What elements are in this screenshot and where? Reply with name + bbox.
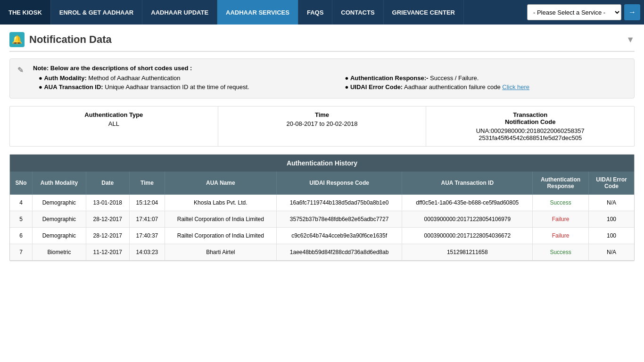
click-here-link[interactable]: Click here (502, 83, 529, 90)
note-heading: Note: Below are the descriptions of shor… (33, 65, 627, 72)
cell-auth-response: Success (533, 195, 589, 211)
scroll-indicator: ▼ (626, 35, 635, 45)
cell-sno: 4 (10, 195, 33, 211)
col-aua-transaction-id: AUA Transaction ID (402, 172, 533, 195)
note-aua-text: Unique Aadhaar transaction ID at the tim… (105, 83, 249, 90)
page-title-row: 🔔 Notification Data ▼ (9, 32, 635, 52)
col-auth-response: AuthenticationResponse (533, 172, 589, 195)
cell-sno: 7 (10, 244, 33, 261)
page-title-icon: 🔔 (9, 32, 25, 47)
summary-auth-type-label: Authentication Type (17, 111, 210, 118)
cell-uidai-response-code: 16a6fc7119744b138d5dad75b0a8b1e0 (276, 195, 402, 211)
col-date: Date (86, 172, 129, 195)
cell-uidai-response-code: 35752b37b78e48fdb6e82e65adbc7727 (276, 211, 402, 228)
summary-auth-type-value: ALL (17, 120, 210, 127)
cell-auth-modality: Demographic (33, 211, 86, 228)
summary-transaction-label: TransactionNotification Code (434, 111, 627, 125)
notification-icon: 🔔 (12, 34, 22, 45)
summary-auth-type: Authentication Type ALL (10, 107, 218, 146)
table-row: 7Biometric11-12-201714:03:23Bharti Airte… (10, 244, 634, 261)
cell-auth-response: Success (533, 244, 589, 261)
service-select[interactable]: - Please Select a Service - (527, 4, 621, 20)
col-uidai-error-code: UIDAI ErrorCode (589, 172, 634, 195)
note-uidai-text: Aadhaar authentication failure code (404, 83, 501, 90)
cell-date: 13-01-2018 (86, 195, 129, 211)
summary-transaction-value: UNA:0002980000:201802200602583572531fa45… (434, 127, 627, 141)
authentication-history-table: SNo Auth Modality Date Time AUA Name UID… (10, 172, 634, 261)
note-auth-response: Authentication Response:- Success / Fail… (345, 74, 627, 82)
note-content: Note: Below are the descriptions of shor… (33, 65, 627, 92)
cell-uidai-response-code: 1aee48bb59d84f288cdd736a8d6ed8ab (276, 244, 402, 261)
cell-auth-response: Failure (533, 228, 589, 244)
cell-date: 11-12-2017 (86, 244, 129, 261)
col-uidai-response-code: UIDAI Response Code (276, 172, 402, 195)
note-auth-modality: Auth Modality: Method of Aadhaar Authent… (39, 74, 321, 82)
cell-time: 15:12:04 (129, 195, 165, 211)
nav-contacts[interactable]: CONTACTS (332, 0, 383, 25)
nav-faqs[interactable]: FAQS (298, 0, 332, 25)
go-button[interactable]: → (624, 4, 640, 20)
note-icon: ✎ (17, 66, 24, 92)
cell-aua-name: Railtel Corporation of India Limited (165, 211, 276, 228)
col-auth-modality: Auth Modality (33, 172, 86, 195)
cell-uidai-error-code: 100 (589, 211, 634, 228)
col-time: Time (129, 172, 165, 195)
note-auth-response-label: Authentication Response:- (350, 74, 428, 82)
cell-uidai-response-code: c9c62c64b74a4cceb9e3a90f6ce1635f (276, 228, 402, 244)
note-aua-transaction-id: AUA Transaction ID: Unique Aadhaar trans… (39, 83, 321, 90)
note-col-left: Auth Modality: Method of Aadhaar Authent… (33, 74, 321, 92)
cell-time: 17:41:07 (129, 211, 165, 228)
cell-sno: 5 (10, 211, 33, 228)
cell-uidai-error-code: 100 (589, 228, 634, 244)
summary-row: Authentication Type ALL Time 20-08-2017 … (9, 106, 635, 147)
authentication-history-table-container: Authentication History SNo Auth Modality… (9, 154, 635, 261)
note-box: ✎ Note: Below are the descriptions of sh… (9, 58, 635, 99)
cell-auth-response: Failure (533, 211, 589, 228)
note-auth-modality-label: Auth Modality: (44, 74, 86, 82)
summary-time-label: Time (226, 111, 419, 118)
nav-grievance[interactable]: GRIEVANCE CENTER (384, 0, 464, 25)
service-select-container: - Please Select a Service - → (523, 0, 644, 25)
note-col-right: Authentication Response:- Success / Fail… (339, 74, 627, 92)
note-auth-response-text: Success / Failure. (430, 74, 479, 82)
cell-date: 28-12-2017 (86, 211, 129, 228)
cell-aua-name: Bharti Airtel (165, 244, 276, 261)
cell-sno: 6 (10, 228, 33, 244)
note-uidai-error: UIDAI Error Code: Aadhaar authentication… (345, 83, 627, 90)
col-sno: SNo (10, 172, 33, 195)
cell-auth-modality: Demographic (33, 195, 86, 211)
top-navigation: THE KIOSK ENROL & GET AADHAAR AADHAAR UP… (0, 0, 644, 25)
page-title: Notification Data (29, 33, 112, 46)
cell-aua-name: Khosla Labs Pvt. Ltd. (165, 195, 276, 211)
nav-aadhaar-services[interactable]: AADHAAR SERVICES (217, 0, 298, 25)
table-row: 5Demographic28-12-201717:41:07Railtel Co… (10, 211, 634, 228)
note-uidai-label: UIDAI Error Code: (350, 83, 403, 90)
cell-aua-transaction-id: dff0c5e1-1a06-435e-b688-ce5f9ad60805 (402, 195, 533, 211)
table-section-title: Authentication History (10, 155, 634, 172)
cell-aua-transaction-id: 0003900000:20171228054106979 (402, 211, 533, 228)
cell-time: 17:40:37 (129, 228, 165, 244)
cell-time: 14:03:23 (129, 244, 165, 261)
cell-aua-transaction-id: 1512981211658 (402, 244, 533, 261)
note-columns: Auth Modality: Method of Aadhaar Authent… (33, 74, 627, 92)
table-row: 6Demographic28-12-201717:40:37Railtel Co… (10, 228, 634, 244)
cell-uidai-error-code: N/A (589, 244, 634, 261)
note-aua-label: AUA Transaction ID: (44, 83, 103, 90)
cell-aua-transaction-id: 0003900000:20171228054036672 (402, 228, 533, 244)
summary-time-value: 20-08-2017 to 20-02-2018 (226, 120, 419, 127)
table-header-row: SNo Auth Modality Date Time AUA Name UID… (10, 172, 634, 195)
cell-aua-name: Railtel Corporation of India Limited (165, 228, 276, 244)
cell-auth-modality: Biometric (33, 244, 86, 261)
nav-enrol[interactable]: ENROL & GET AADHAAR (51, 0, 142, 25)
col-aua-name: AUA Name (165, 172, 276, 195)
cell-date: 28-12-2017 (86, 228, 129, 244)
page-content: 🔔 Notification Data ▼ ✎ Note: Below are … (0, 25, 644, 269)
cell-uidai-error-code: N/A (589, 195, 634, 211)
cell-auth-modality: Demographic (33, 228, 86, 244)
summary-time: Time 20-08-2017 to 20-02-2018 (218, 107, 427, 146)
nav-the-kiosk[interactable]: THE KIOSK (0, 0, 51, 25)
note-auth-modality-text: Method of Aadhaar Authentication (88, 74, 180, 82)
table-row: 4Demographic13-01-201815:12:04Khosla Lab… (10, 195, 634, 211)
summary-transaction: TransactionNotification Code UNA:0002980… (426, 107, 634, 146)
nav-aadhaar-update[interactable]: AADHAAR UPDATE (142, 0, 217, 25)
